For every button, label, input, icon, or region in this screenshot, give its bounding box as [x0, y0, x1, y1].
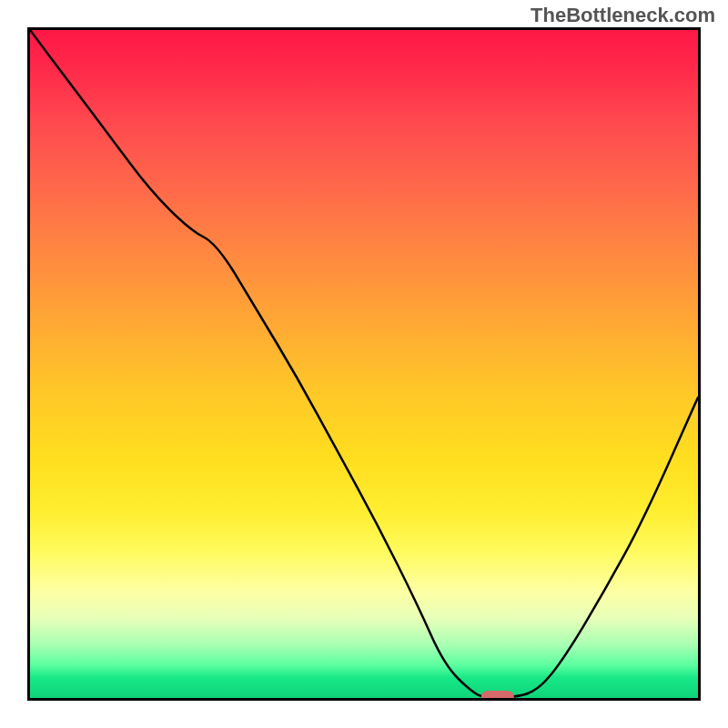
chart-svg [30, 30, 698, 698]
chart-frame [27, 27, 701, 701]
watermark-text: TheBottleneck.com [531, 4, 715, 27]
optimal-range-marker [481, 691, 514, 698]
bottleneck-curve-path [30, 30, 698, 698]
